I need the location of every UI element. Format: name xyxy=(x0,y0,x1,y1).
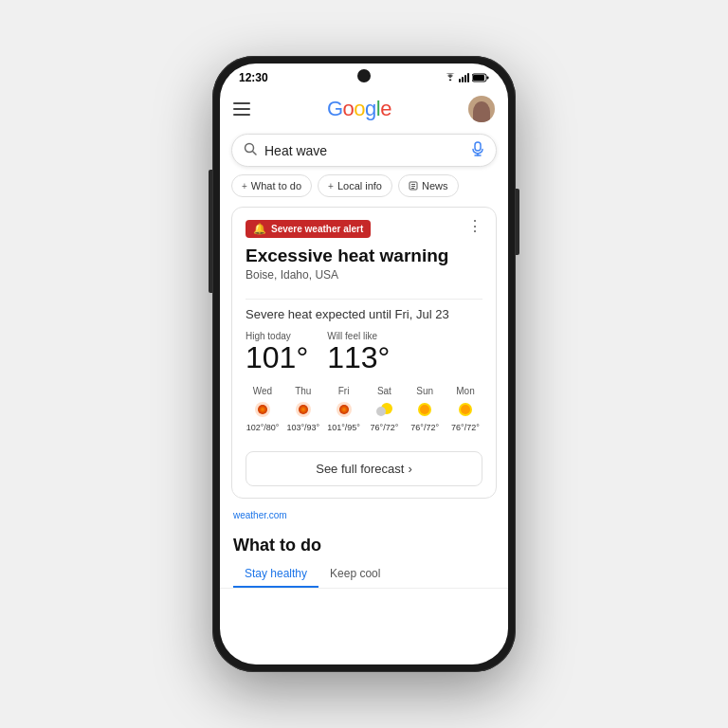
svg-point-23 xyxy=(461,405,470,414)
day-name: Sat xyxy=(377,386,391,396)
alert-icon: 🔔 xyxy=(253,223,266,235)
svg-rect-2 xyxy=(487,77,489,80)
high-today-value: 101° xyxy=(246,341,308,374)
chip-what-label: What to do xyxy=(251,180,301,191)
day-name: Mon xyxy=(456,386,474,396)
weather-icon xyxy=(373,399,394,420)
temps-row: High today 101° Will feel like 113° xyxy=(246,331,482,374)
front-camera xyxy=(357,69,371,82)
day-temp: 101°/95° xyxy=(327,423,360,432)
weather-icon xyxy=(293,399,314,420)
weather-card: 🔔 Severe weather alert Excessive heat wa… xyxy=(231,207,497,499)
chip-local-label: Local info xyxy=(337,180,382,191)
weather-icon xyxy=(414,399,435,420)
forecast-day-fri: Fri 101°/95° xyxy=(327,386,361,432)
svg-line-4 xyxy=(253,152,257,155)
search-bar[interactable]: Heat wave xyxy=(231,134,497,167)
day-name: Wed xyxy=(253,386,272,396)
feels-like-block: Will feel like 113° xyxy=(327,331,390,374)
svg-rect-5 xyxy=(475,142,481,151)
forecast-day-sun: Sun 76°/72° xyxy=(408,386,442,432)
day-temp: 102°/80° xyxy=(246,423,280,432)
weather-icon xyxy=(455,399,476,420)
tab-stay-healthy[interactable]: Stay healthy xyxy=(233,561,318,588)
avatar[interactable] xyxy=(468,96,495,122)
day-temp: 103°/93° xyxy=(286,423,319,432)
weather-icon xyxy=(334,399,355,420)
status-icons xyxy=(445,73,489,82)
more-options-button[interactable]: ⋮ xyxy=(467,219,482,234)
forecast-btn-label: See full forecast xyxy=(316,462,404,476)
wifi-icon xyxy=(445,73,456,82)
day-name: Fri xyxy=(338,386,350,396)
what-to-do-tabs: Stay healthy Keep cool xyxy=(220,561,508,589)
day-temp: 76°/72° xyxy=(451,423,480,432)
feels-like-value: 113° xyxy=(327,341,390,374)
alert-label: Severe weather alert xyxy=(271,224,363,234)
chip-plus-icon-2: + xyxy=(328,181,334,191)
avatar-figure xyxy=(473,101,490,122)
tab-keep-cool[interactable]: Keep cool xyxy=(318,561,391,588)
chip-local-info[interactable]: + Local info xyxy=(318,174,392,197)
what-to-do-title: What to do xyxy=(220,528,508,561)
svg-point-19 xyxy=(376,407,386,416)
chip-news[interactable]: News xyxy=(398,174,459,197)
mic-icon[interactable] xyxy=(471,141,484,159)
search-query: Heat wave xyxy=(264,143,464,158)
high-today-block: High today 101° xyxy=(246,331,308,374)
phone-screen: 12:30 xyxy=(220,64,508,664)
chip-what-to-do[interactable]: + What to do xyxy=(231,174,312,197)
search-icon xyxy=(244,142,257,158)
forecast-day-sat: Sat 76°/72° xyxy=(367,386,401,432)
day-temp: 76°/72° xyxy=(410,423,439,432)
divider xyxy=(246,299,482,300)
chip-news-icon xyxy=(409,181,418,191)
filter-chips: + What to do + Local info xyxy=(220,174,508,207)
forecast-day-mon: Mon 76°/72° xyxy=(448,386,482,432)
svg-point-15 xyxy=(299,405,308,414)
status-time: 12:30 xyxy=(239,71,268,84)
heat-expected-text: Severe heat expected until Fri, Jul 23 xyxy=(246,307,482,321)
google-header: Google xyxy=(220,88,508,130)
alert-badge: 🔔 Severe weather alert xyxy=(246,220,371,238)
forecast-day-thu: Thu 103°/93° xyxy=(286,386,320,432)
svg-point-21 xyxy=(420,405,429,414)
forecast-row: Wed 102°/80°Thu 103°/93°Fri xyxy=(246,386,482,432)
phone-frame: 12:30 xyxy=(212,56,516,672)
menu-button[interactable] xyxy=(233,102,250,116)
svg-rect-1 xyxy=(473,75,484,81)
main-content: Google Heat wave xyxy=(220,88,508,661)
svg-point-13 xyxy=(258,405,267,414)
google-logo: Google xyxy=(327,97,391,121)
svg-point-17 xyxy=(339,405,349,414)
battery-icon xyxy=(472,73,489,82)
chevron-right-icon: › xyxy=(408,462,411,476)
status-bar: 12:30 xyxy=(220,64,508,88)
chip-news-label: News xyxy=(422,180,448,191)
see-full-forecast-button[interactable]: See full forecast › xyxy=(246,451,482,486)
signal-icon xyxy=(459,73,469,82)
day-name: Thu xyxy=(295,386,311,396)
warning-location: Boise, Idaho, USA xyxy=(246,268,448,282)
warning-title: Excessive heat warning xyxy=(246,246,448,266)
source-text: weather.com xyxy=(220,508,508,528)
weather-icon xyxy=(252,399,273,420)
chip-plus-icon: + xyxy=(242,181,247,191)
day-temp: 76°/72° xyxy=(371,423,399,432)
forecast-day-wed: Wed 102°/80° xyxy=(246,386,280,432)
day-name: Sun xyxy=(416,386,433,396)
